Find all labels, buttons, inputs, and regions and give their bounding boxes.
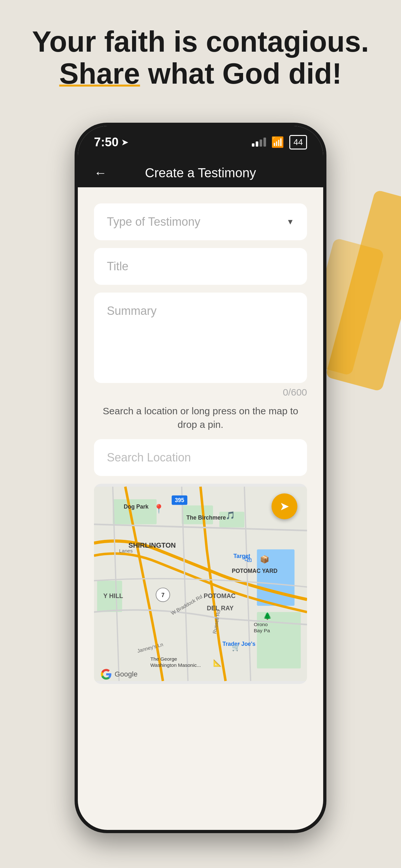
svg-text:The George: The George bbox=[150, 656, 177, 662]
svg-text:POTOMAC YARD: POTOMAC YARD bbox=[232, 568, 277, 574]
svg-text:🎵: 🎵 bbox=[226, 511, 235, 520]
svg-text:7: 7 bbox=[161, 592, 165, 598]
signal-icon bbox=[252, 137, 266, 147]
search-placeholder: Search Location bbox=[107, 451, 191, 464]
back-button[interactable]: ← bbox=[94, 166, 107, 180]
svg-text:Orono: Orono bbox=[254, 622, 268, 627]
header-line1: Your faith is contagious. bbox=[32, 26, 369, 58]
phone-inner: 7:50 ➤ 📶 44 ← Create a Testimony bbox=[78, 126, 323, 830]
title-field[interactable]: Title bbox=[94, 248, 307, 285]
svg-text:🌲: 🌲 bbox=[263, 612, 272, 620]
location-hint: Search a location or long press on the m… bbox=[94, 404, 307, 431]
svg-text:Washington Masonic...: Washington Masonic... bbox=[150, 662, 201, 668]
status-bar: 7:50 ➤ 📶 44 bbox=[78, 126, 323, 158]
svg-text:🛒: 🛒 bbox=[232, 643, 241, 652]
status-time: 7:50 bbox=[94, 135, 119, 149]
notch bbox=[160, 129, 241, 152]
svg-text:📍: 📍 bbox=[153, 503, 164, 514]
svg-text:395: 395 bbox=[175, 497, 184, 503]
status-right: 📶 44 bbox=[252, 135, 307, 150]
svg-text:🛍: 🛍 bbox=[244, 555, 252, 563]
battery-icon: 44 bbox=[289, 135, 307, 150]
nav-bar: ← Create a Testimony bbox=[78, 158, 323, 187]
summary-field[interactable]: Summary bbox=[94, 292, 307, 383]
map-background: W Braddock Rd Russell Rd Janney's Ln Lan… bbox=[94, 484, 307, 684]
svg-rect-1 bbox=[113, 499, 157, 524]
header-section: Your faith is contagious. Share what God… bbox=[0, 26, 401, 90]
location-arrow-icon: ➤ bbox=[280, 500, 289, 513]
dropdown-arrow-icon: ▼ bbox=[286, 217, 294, 226]
svg-text:📐: 📐 bbox=[213, 659, 222, 667]
title-placeholder: Title bbox=[107, 259, 128, 273]
type-of-testimony-field[interactable]: Type of Testimony ▼ bbox=[94, 204, 307, 240]
svg-text:Y HILL: Y HILL bbox=[103, 592, 123, 599]
svg-text:The Birchmere: The Birchmere bbox=[186, 515, 226, 521]
header-line2-rest: what God did! bbox=[140, 58, 342, 90]
svg-rect-6 bbox=[257, 612, 301, 669]
phone-frame: 7:50 ➤ 📶 44 ← Create a Testimony bbox=[74, 123, 327, 833]
summary-placeholder: Summary bbox=[107, 304, 157, 318]
svg-text:SHIRLINGTON: SHIRLINGTON bbox=[128, 541, 176, 549]
type-placeholder: Type of Testimony bbox=[107, 215, 200, 228]
svg-text:Dog Park: Dog Park bbox=[124, 503, 149, 510]
nav-title: Create a Testimony bbox=[145, 166, 256, 180]
my-location-button[interactable]: ➤ bbox=[272, 493, 297, 519]
header-share-word: Share bbox=[59, 58, 140, 90]
content-area: Type of Testimony ▼ Title Summary 0/600 … bbox=[78, 187, 323, 700]
header-title: Your faith is contagious. Share what God… bbox=[26, 26, 375, 90]
location-arrow-icon: ➤ bbox=[121, 137, 128, 148]
google-logo-icon bbox=[100, 669, 112, 680]
google-watermark: Google bbox=[100, 669, 137, 680]
svg-text:📦: 📦 bbox=[260, 555, 270, 564]
map-container[interactable]: W Braddock Rd Russell Rd Janney's Ln Lan… bbox=[94, 484, 307, 684]
svg-text:Bay Pa: Bay Pa bbox=[254, 628, 270, 633]
svg-text:POTOMAC: POTOMAC bbox=[204, 592, 236, 599]
char-count: 0/600 bbox=[94, 387, 307, 398]
google-text: Google bbox=[115, 670, 137, 678]
wifi-icon: 📶 bbox=[271, 136, 284, 148]
svg-text:DEL RAY: DEL RAY bbox=[207, 605, 234, 612]
search-location-field[interactable]: Search Location bbox=[94, 439, 307, 476]
